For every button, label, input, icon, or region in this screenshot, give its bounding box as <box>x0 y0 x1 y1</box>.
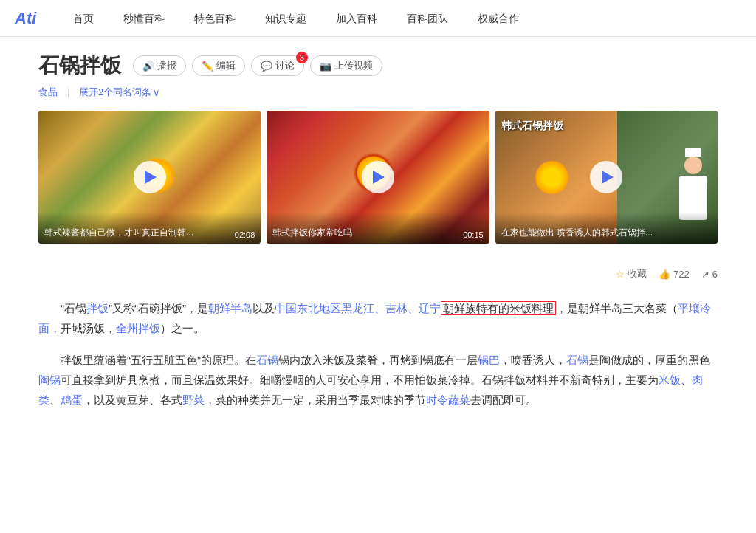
nav-item-team[interactable]: 百科团队 <box>392 0 463 37</box>
chef-head <box>684 157 702 174</box>
chef-hat <box>685 148 701 157</box>
video-duration-2: 00:15 <box>463 230 484 239</box>
article-para-1: “石锅拌饭”又称“石碗拌饭”，是朝鲜半岛以及中国东北地区黑龙江、吉林、辽宁朝鲜族… <box>38 298 718 338</box>
expand-label: 展开2个同名词条 <box>79 86 151 99</box>
discuss-label: 讨论 <box>275 59 295 72</box>
video-caption-1: 韩式辣酱都自己做，才叫真正自制韩... 02:08 <box>38 212 261 244</box>
video-caption-text-1: 韩式辣酱都自己做，才叫真正自制韩... <box>44 227 229 239</box>
article-text: ，是朝鲜半岛三大名菜（ <box>556 302 678 314</box>
chevron-down-icon: ∨ <box>153 87 160 98</box>
article-link[interactable]: 中国东北地区黑龙江、吉林、辽宁 <box>275 302 441 314</box>
korean-text-overlay: 韩式石锅拌饭 <box>501 120 563 133</box>
article-link[interactable]: 朝鲜半岛 <box>208 302 252 314</box>
play-triangle-icon-2 <box>373 171 385 184</box>
title-area: 石锅拌饭 🔊 播报 ✏️ 编辑 💬 讨论 3 📷 上传视频 <box>38 52 718 80</box>
volume-icon: 🔊 <box>142 61 154 72</box>
nav-item-featured[interactable]: 特色百科 <box>179 0 250 37</box>
site-logo[interactable]: Ati <box>15 9 36 28</box>
play-button-1[interactable] <box>134 161 166 193</box>
article-link[interactable]: 拌饭 <box>86 302 109 314</box>
article-link[interactable]: 全州拌饭 <box>116 322 160 334</box>
video-card-2[interactable]: 韩式拌饭你家常吃吗 00:15 <box>267 111 489 244</box>
article-link[interactable]: 锅巴 <box>478 354 500 366</box>
edit-button[interactable]: ✏️ 编辑 <box>192 55 245 76</box>
article-body: “石锅拌饭”又称“石碗拌饭”，是朝鲜半岛以及中国东北地区黑龙江、吉林、辽宁朝鲜族… <box>38 298 718 410</box>
article-link[interactable]: 时令蔬菜 <box>426 393 470 406</box>
play-button-3[interactable] <box>590 161 622 193</box>
highlight-text: 朝鲜族特有的米饭料理 <box>441 301 556 315</box>
article-text: 以及 <box>252 302 275 314</box>
page-title: 石锅拌饭 <box>38 52 121 80</box>
category-label[interactable]: 食品 <box>38 86 58 99</box>
video-card-3[interactable]: 韩式石锅拌饭 在家也能做出 喷香诱人的韩式石锅拌... <box>495 111 718 244</box>
article-text: 锅内放入米饭及菜肴，再烤到锅底有一层 <box>278 354 478 366</box>
nav-item-second[interactable]: 秒懂百科 <box>109 0 179 37</box>
play-triangle-icon-3 <box>602 171 614 184</box>
action-buttons: 🔊 播报 ✏️ 编辑 💬 讨论 3 📷 上传视频 <box>133 55 382 76</box>
broadcast-label: 播报 <box>157 59 176 72</box>
star-icon: ☆ <box>616 269 625 280</box>
article-text: ，喷香诱人， <box>500 354 566 366</box>
video-duration-1: 02:08 <box>235 230 255 239</box>
article-text: ，开城汤饭， <box>49 322 116 334</box>
expand-homophones[interactable]: 展开2个同名词条 ∨ <box>79 86 160 99</box>
thumb-up-icon: 👍 <box>659 269 670 280</box>
article-link[interactable]: 米饭 <box>659 374 681 386</box>
share-count: 6 <box>712 269 718 280</box>
video-caption-text-2: 韩式拌饭你家常吃吗 <box>272 227 457 239</box>
actions-bar: ☆ 收藏 👍 722 ↗ 6 <box>38 261 718 286</box>
broadcast-button[interactable]: 🔊 播报 <box>133 55 186 76</box>
nav-item-authority[interactable]: 权威合作 <box>463 0 534 37</box>
edit-icon: ✏️ <box>202 61 213 72</box>
share-icon: ↗ <box>701 269 709 280</box>
nav-item-home[interactable]: 首页 <box>58 0 109 37</box>
article-text: ，菜的种类并无一定，采用当季最对味的季节 <box>205 393 426 406</box>
article-link[interactable]: 石锅 <box>566 354 588 366</box>
main-content: 石锅拌饭 🔊 播报 ✏️ 编辑 💬 讨论 3 📷 上传视频 食品 ｜ <box>24 37 732 410</box>
article-link[interactable]: 陶锅 <box>38 374 61 386</box>
like-action[interactable]: 👍 722 <box>659 269 690 280</box>
article-text: 是陶做成的，厚重的黑色 <box>588 354 710 366</box>
article-text: 、 <box>681 374 692 386</box>
video-icon: 📷 <box>320 61 331 72</box>
article-para-2: 拌饭里蕴涵着“五行五脏五色”的原理。在石锅锅内放入米饭及菜肴，再烤到锅底有一层锅… <box>38 350 718 410</box>
upload-label: 上传视频 <box>334 59 373 72</box>
collect-action[interactable]: ☆ 收藏 <box>616 267 647 281</box>
video-caption-text-3: 在家也能做出 喷香诱人的韩式石锅拌... <box>501 227 706 239</box>
article-text: 拌饭里蕴涵着“五行五脏五色”的原理。在 <box>61 354 256 366</box>
nav-item-knowledge[interactable]: 知识专题 <box>250 0 321 37</box>
share-action[interactable]: ↗ 6 <box>701 269 718 280</box>
upload-video-button[interactable]: 📷 上传视频 <box>310 55 382 76</box>
collect-label: 收藏 <box>628 267 647 281</box>
nav-item-join[interactable]: 加入百科 <box>321 0 392 37</box>
article-text: 可直接拿到炉具烹煮，而且保温效果好。细嚼慢咽的人可安心享用，不用怕饭菜冷掉。石锅… <box>61 374 659 386</box>
article-link[interactable]: 石锅 <box>256 354 278 366</box>
discuss-badge: 3 <box>296 52 308 63</box>
edit-label: 编辑 <box>216 59 236 72</box>
breadcrumb-separator: ｜ <box>63 86 73 99</box>
like-count: 722 <box>673 269 690 280</box>
article-text: ”又称“石碗拌饭”，是 <box>109 302 208 314</box>
article-text: “石锅 <box>61 302 86 314</box>
article-text: ，以及黄豆芽、各式 <box>83 393 182 406</box>
header: Ati 首页秒懂百科特色百科知识专题加入百科百科团队权威合作 <box>0 0 756 37</box>
breadcrumb: 食品 ｜ 展开2个同名词条 ∨ <box>38 86 718 99</box>
article-text: 、 <box>49 393 61 406</box>
article-link[interactable]: 鸡蛋 <box>61 393 83 406</box>
article-text: 去调配即可。 <box>470 393 537 406</box>
egg-yolk <box>532 157 572 198</box>
main-nav: 首页秒懂百科特色百科知识专题加入百科百科团队权威合作 <box>58 0 741 37</box>
article-link[interactable]: 野菜 <box>182 393 205 406</box>
video-card-1[interactable]: 韩式辣酱都自己做，才叫真正自制韩... 02:08 <box>38 111 261 244</box>
video-caption-2: 韩式拌饭你家常吃吗 00:15 <box>267 212 489 244</box>
article-text: ）之一。 <box>160 322 205 334</box>
video-gallery: 韩式辣酱都自己做，才叫真正自制韩... 02:08 韩式拌饭你家常吃吗 00:1… <box>38 111 718 244</box>
chat-icon: 💬 <box>261 61 272 72</box>
video-caption-3: 在家也能做出 喷香诱人的韩式石锅拌... <box>495 212 718 244</box>
play-triangle-icon <box>145 171 157 184</box>
discuss-button[interactable]: 💬 讨论 3 <box>251 55 304 76</box>
play-button-2[interactable] <box>362 161 394 193</box>
